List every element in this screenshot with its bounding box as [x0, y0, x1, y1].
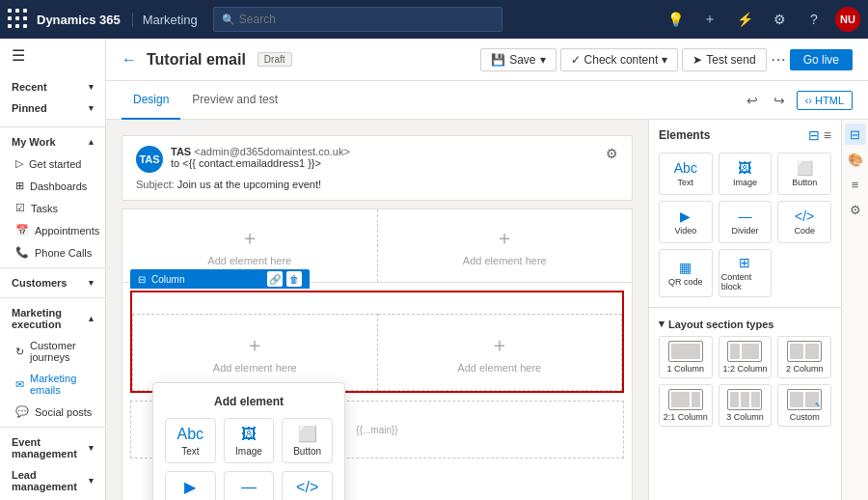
selected-column: ⊟ Column 🔗 🗑 ＋ — [130, 291, 624, 393]
styles-panel-button[interactable]: 🎨 — [845, 149, 866, 170]
chevron-down-icon: ▾ — [89, 476, 94, 486]
el-content-block[interactable]: ⊞Content block — [719, 249, 773, 297]
html-button[interactable]: ‹› HTML — [797, 91, 853, 110]
add-element-col-right[interactable]: ＋ Add element here — [442, 317, 556, 389]
check-content-button[interactable]: ✓ Check content ▾ — [560, 48, 679, 71]
chevron-down-icon: ▾ — [89, 443, 94, 453]
image-icon: 🖼 — [241, 426, 257, 443]
elements-panel-button[interactable]: ⊟ — [845, 124, 866, 145]
layout-section-header[interactable]: ▾ Layout section types — [659, 318, 831, 330]
plus-icon: ＋ — [240, 225, 259, 251]
el-qrcode[interactable]: ▦QR code — [659, 249, 713, 297]
add-element-popup: Add element Abc Text 🖼 Image — [152, 382, 345, 500]
el-text[interactable]: AbcText — [659, 153, 713, 195]
go-live-button[interactable]: Go live — [790, 49, 853, 70]
grid-view-icon[interactable]: ⊟ — [808, 127, 820, 143]
settings-panel-button[interactable]: ⚙ — [845, 199, 866, 220]
sender-avatar: TAS — [136, 146, 163, 173]
layout-2col[interactable]: 2 Column — [777, 336, 831, 378]
sidebar-item-get-started[interactable]: ▷Get started — [0, 153, 105, 175]
sidebar-item-dashboards[interactable]: ⊞Dashboards — [0, 175, 105, 197]
plus-icon[interactable]: ＋ — [696, 6, 723, 33]
code-icon: </> — [296, 479, 318, 496]
more-options-icon[interactable]: ⋯ — [771, 50, 786, 69]
back-button[interactable]: ← — [122, 51, 137, 69]
sidebar-item-tasks[interactable]: ☑Tasks — [0, 197, 105, 219]
layout-1col[interactable]: 1 Column — [659, 336, 713, 378]
el-code[interactable]: </>Code — [777, 201, 831, 243]
custom-icon: ✎ — [787, 389, 822, 410]
divider-icon: — — [738, 208, 751, 224]
button-icon: ⬜ — [298, 425, 317, 443]
21col-icon — [668, 389, 703, 410]
el-divider[interactable]: —Divider — [719, 201, 773, 243]
global-search[interactable]: 🔍 — [213, 7, 502, 32]
el-image[interactable]: 🖼Image — [719, 153, 773, 195]
element-tile-divider[interactable]: — Divider — [224, 471, 275, 500]
plus-icon: ＋ — [495, 225, 514, 251]
sidebar-pinned[interactable]: Pinned ▾ — [0, 97, 105, 119]
column-delete-button[interactable]: 🗑 — [286, 271, 302, 287]
el-video[interactable]: ▶Video — [659, 201, 713, 243]
column-header-actions: 🔗 🗑 — [267, 271, 302, 287]
draft-badge: Draft — [258, 52, 292, 67]
popup-title: Add element — [165, 395, 333, 408]
sidebar-marketing-exec[interactable]: Marketing execution ▴ — [0, 302, 105, 335]
sidebar-lead-mgmt[interactable]: Lead management ▾ — [0, 464, 105, 497]
element-tile-image[interactable]: 🖼 Image — [224, 418, 275, 463]
add-element-right[interactable]: ＋ Add element here — [378, 209, 633, 282]
help-icon[interactable]: ? — [800, 6, 827, 33]
canvas-area: TAS TAS <admin@d365domaintest.co.uk> to … — [106, 120, 648, 500]
page-tabs: Design Preview and test ↩ ↪ ‹› HTML — [106, 81, 868, 120]
sidebar-my-work[interactable]: My Work ▴ — [0, 131, 105, 153]
sidebar-hamburger[interactable]: ☰ — [0, 39, 105, 72]
sidebar-event-mgmt[interactable]: Event management ▾ — [0, 431, 105, 464]
layout-custom[interactable]: ✎ Custom — [777, 384, 831, 427]
test-send-button[interactable]: ➤ Test send — [682, 48, 766, 71]
filter-icon[interactable]: ⚡ — [731, 6, 758, 33]
save-button[interactable]: 💾 Save ▾ — [480, 48, 556, 71]
chevron-up-icon: ▴ — [89, 137, 94, 147]
tab-design[interactable]: Design — [122, 81, 180, 120]
sidebar-customers[interactable]: Customers ▾ — [0, 272, 105, 293]
el-button[interactable]: ⬜Button — [777, 153, 831, 195]
layout-12col[interactable]: 1:2 Column — [719, 336, 773, 378]
list-view-icon[interactable]: ≡ — [824, 127, 831, 143]
2col-icon — [787, 341, 822, 362]
save-dropdown-icon[interactable]: ▾ — [540, 53, 546, 67]
search-input[interactable] — [239, 13, 494, 26]
column-cell-right[interactable]: ＋ Add element here — [378, 314, 623, 391]
sidebar-item-social-posts[interactable]: 💬Social posts — [0, 401, 105, 423]
column-cell-left[interactable]: ＋ Add element here Add element Abc — [132, 314, 378, 391]
email-settings-icon[interactable]: ⚙ — [606, 146, 618, 161]
sidebar-item-marketing-emails[interactable]: ✉Marketing emails — [0, 368, 105, 401]
user-avatar[interactable]: NU — [835, 7, 860, 32]
layout-3col[interactable]: 3 Column — [719, 384, 773, 427]
sidebar-item-phone-calls[interactable]: 📞Phone Calls — [0, 241, 105, 264]
main-content: ← Tutorial email Draft 💾 Save ▾ ✓ Check … — [106, 39, 868, 500]
toolbar-actions: 💾 Save ▾ ✓ Check content ▾ ➤ Test send ⋯… — [480, 48, 853, 71]
lightbulb-icon[interactable]: 💡 — [662, 6, 689, 33]
layout-21col[interactable]: 2:1 Column — [659, 384, 713, 427]
tab-preview[interactable]: Preview and test — [180, 81, 289, 120]
chevron-up-icon: ▴ — [89, 314, 94, 323]
undo-button[interactable]: ↩ — [743, 91, 762, 110]
content-block-icon: ⊞ — [739, 255, 750, 270]
check-content-dropdown-icon[interactable]: ▾ — [662, 53, 667, 67]
element-tile-code[interactable]: </> Code — [282, 471, 333, 500]
layers-panel-button[interactable]: ≡ — [845, 174, 866, 195]
sidebar-recent[interactable]: Recent ▾ — [0, 76, 105, 97]
column-link-button[interactable]: 🔗 — [267, 271, 283, 287]
sidebar-item-appointments[interactable]: 📅Appointments — [0, 219, 105, 241]
sidebar: ☰ Recent ▾ Pinned ▾ My Work ▴ ▷Get start… — [0, 39, 106, 500]
element-tile-video[interactable]: ▶ Video — [165, 471, 216, 500]
element-tile-text[interactable]: Abc Text — [165, 418, 216, 463]
qrcode-icon: ▦ — [679, 260, 692, 275]
element-grid: Abc Text 🖼 Image ⬜ — [165, 418, 333, 500]
settings-icon[interactable]: ⚙ — [766, 6, 793, 33]
add-element-col-left[interactable]: ＋ Add element here — [198, 317, 312, 389]
sidebar-item-customer-journeys[interactable]: ↻Customer journeys — [0, 335, 105, 368]
element-tile-button[interactable]: ⬜ Button — [282, 418, 333, 463]
redo-button[interactable]: ↪ — [770, 91, 789, 110]
app-launcher-icon[interactable] — [8, 9, 29, 30]
